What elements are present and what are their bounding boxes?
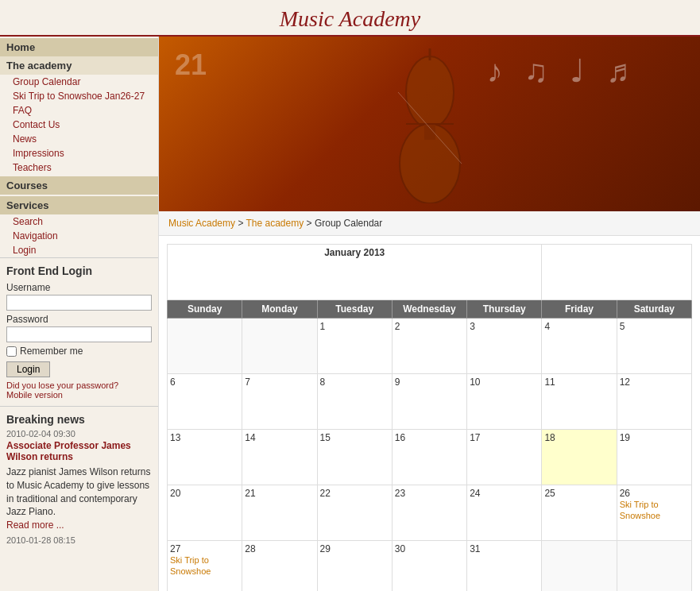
calendar-day: 25 bbox=[542, 485, 617, 541]
day-number: 22 bbox=[320, 488, 389, 499]
calendar-event[interactable]: Ski Trip to Snowshoe bbox=[620, 500, 660, 520]
sidebar-item-teachers[interactable]: Teachers bbox=[0, 160, 158, 175]
sidebar-item-impressions[interactable]: Impressions bbox=[0, 146, 158, 160]
sidebar-item-login[interactable]: Login bbox=[0, 243, 158, 257]
calendar-day: 6 bbox=[168, 374, 242, 430]
calendar-day: 22 bbox=[317, 485, 392, 541]
day-tuesday: Tuesday bbox=[317, 300, 392, 319]
day-number: 3 bbox=[470, 321, 539, 332]
day-number: 11 bbox=[544, 377, 613, 388]
next-news-date: 2010-01-28 08:15 bbox=[6, 535, 152, 545]
calendar-header-row: Sunday Monday Tuesday Wednesday Thursday… bbox=[168, 300, 692, 319]
day-number: 12 bbox=[620, 377, 689, 388]
breadcrumb: Music Academy > The academy > Group Cale… bbox=[159, 211, 700, 236]
day-number: 24 bbox=[470, 488, 539, 499]
mobile-version-link[interactable]: Mobile version bbox=[6, 390, 63, 400]
day-number: 8 bbox=[320, 377, 389, 388]
calendar-event[interactable]: Ski Trip to Snowshoe bbox=[170, 555, 211, 576]
main-content: 21 ♪ ♫ ♩ ♬ Music Academy > The academy >… bbox=[159, 37, 700, 591]
read-more-link[interactable]: Read more ... bbox=[6, 520, 64, 531]
calendar-day: 30 bbox=[392, 541, 466, 592]
calendar-day: 7 bbox=[242, 374, 317, 430]
calendar-day: 3 bbox=[467, 319, 542, 374]
day-number: 29 bbox=[320, 543, 389, 554]
sidebar-item-navigation[interactable]: Navigation bbox=[0, 229, 158, 243]
calendar-day: 21 bbox=[242, 485, 317, 541]
calendar-day: 31 bbox=[467, 541, 542, 592]
calendar-day: 5 bbox=[617, 319, 691, 374]
remember-checkbox[interactable] bbox=[6, 346, 17, 357]
sidebar-item-ski-trip[interactable]: Ski Trip to Snowshoe Jan26-27 bbox=[0, 89, 158, 103]
breadcrumb-link1[interactable]: Music Academy bbox=[168, 218, 235, 229]
calendar-day: 15 bbox=[317, 430, 392, 485]
day-sunday: Sunday bbox=[168, 300, 242, 319]
sidebar-item-search[interactable]: Search bbox=[0, 214, 158, 229]
username-label: Username bbox=[6, 282, 152, 293]
news-body: Jazz pianist James Wilson returns to Mus… bbox=[6, 465, 152, 519]
day-number: 4 bbox=[544, 321, 613, 332]
breadcrumb-current: Group Calendar bbox=[315, 218, 382, 229]
day-friday: Friday bbox=[542, 300, 617, 319]
home-section: Home bbox=[0, 38, 158, 56]
username-input[interactable] bbox=[6, 295, 152, 311]
login-button[interactable]: Login bbox=[6, 361, 50, 377]
calendar-day: 11 bbox=[542, 374, 617, 430]
calendar-day: 19 bbox=[617, 430, 691, 485]
calendar-table: January 2013 Sunday Monday Tuesday Wedne… bbox=[167, 244, 692, 591]
breadcrumb-link2[interactable]: The academy bbox=[246, 218, 304, 229]
remember-label: Remember me bbox=[20, 346, 83, 357]
day-number: 1 bbox=[320, 321, 389, 332]
day-number: 15 bbox=[320, 432, 389, 443]
day-number: 13 bbox=[170, 432, 239, 443]
calendar-day: 13 bbox=[168, 430, 242, 485]
calendar-day: 26Ski Trip to Snowshoe bbox=[617, 485, 691, 541]
calendar-day bbox=[242, 319, 317, 374]
day-number: 26 bbox=[620, 488, 689, 499]
day-number: 19 bbox=[620, 432, 689, 443]
day-number: 7 bbox=[245, 377, 314, 388]
calendar-day: 8 bbox=[317, 374, 392, 430]
day-saturday: Saturday bbox=[617, 300, 691, 319]
day-number: 14 bbox=[245, 432, 314, 443]
day-number: 17 bbox=[470, 432, 539, 443]
sidebar-item-group-calendar[interactable]: Group Calendar bbox=[0, 75, 158, 89]
password-label: Password bbox=[6, 314, 152, 325]
calendar-day: 20 bbox=[168, 485, 242, 541]
music-notes: ♪ ♫ ♩ ♬ bbox=[487, 52, 636, 89]
password-input[interactable] bbox=[6, 326, 152, 342]
day-monday: Monday bbox=[242, 300, 317, 319]
news-date: 2010-02-04 09:30 bbox=[6, 429, 152, 438]
hero-image: 21 ♪ ♫ ♩ ♬ bbox=[159, 37, 700, 211]
calendar-day: 28 bbox=[242, 541, 317, 592]
violin-graphic bbox=[350, 44, 509, 203]
sidebar-item-faq[interactable]: FAQ bbox=[0, 103, 158, 118]
calendar-week-5: 27Ski Trip to Snowshoe28293031 bbox=[168, 541, 692, 592]
calendar-day: 12 bbox=[617, 374, 691, 430]
calendar-day bbox=[542, 541, 617, 592]
lost-password-link[interactable]: Did you lose your password? bbox=[6, 380, 118, 390]
calendar-day: 17 bbox=[467, 430, 542, 485]
calendar-day: 1 bbox=[317, 319, 392, 374]
day-number: 9 bbox=[395, 377, 464, 388]
day-number: 25 bbox=[544, 488, 613, 499]
day-number: 2 bbox=[395, 321, 464, 332]
day-number: 23 bbox=[395, 488, 464, 499]
breadcrumb-sep2: > bbox=[307, 218, 315, 229]
sidebar-item-contact[interactable]: Contact Us bbox=[0, 118, 158, 132]
svg-point-0 bbox=[406, 56, 454, 128]
day-number: 27 bbox=[170, 543, 239, 554]
calendar-day: 16 bbox=[392, 430, 466, 485]
day-number: 5 bbox=[620, 321, 689, 332]
day-number: 20 bbox=[170, 488, 239, 499]
calendar-week-1: 12345 bbox=[168, 319, 692, 374]
day-number: 28 bbox=[245, 543, 314, 554]
hero-number: 21 bbox=[175, 48, 207, 82]
calendar-week-3: 13141516171819 bbox=[168, 430, 692, 485]
site-title: Music Academy bbox=[280, 6, 421, 31]
day-number: 21 bbox=[245, 488, 314, 499]
services-section: Services bbox=[0, 196, 158, 214]
calendar-day: 24 bbox=[467, 485, 542, 541]
sidebar-item-news[interactable]: News bbox=[0, 132, 158, 146]
calendar-title-row: January 2013 bbox=[168, 245, 692, 300]
sidebar: Home The academy Group Calendar Ski Trip… bbox=[0, 37, 159, 591]
